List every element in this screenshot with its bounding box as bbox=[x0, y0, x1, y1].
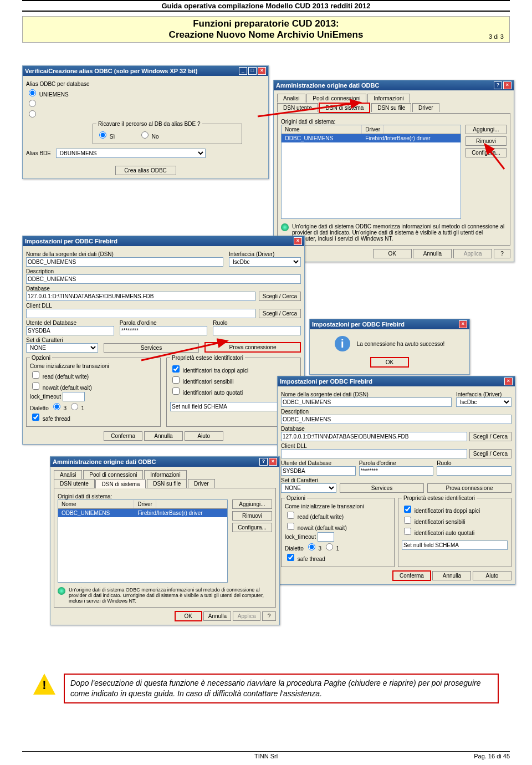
pass2-input[interactable] bbox=[359, 466, 434, 476]
prova-button[interactable]: Prova connessione bbox=[204, 342, 301, 353]
help-icon[interactable]: ? bbox=[494, 81, 502, 89]
close-icon[interactable]: × bbox=[258, 67, 266, 75]
header-title: Guida operativa compilazione Modello CUD… bbox=[0, 1, 532, 11]
annulla-button[interactable]: Annulla bbox=[413, 249, 452, 258]
aiuto2-button[interactable]: Aiuto bbox=[473, 571, 511, 580]
read-check[interactable]: read (default write) bbox=[30, 370, 157, 380]
origini-list[interactable]: Nome Driver ODBC_UNIEMENS Firebird/Inter… bbox=[281, 125, 461, 219]
iface2-select[interactable]: IscDbc bbox=[456, 397, 511, 407]
annulla2-button[interactable]: Annulla bbox=[432, 571, 471, 580]
user2-input[interactable] bbox=[281, 466, 356, 476]
tab2-dsn-utente[interactable]: DSN utente bbox=[54, 479, 95, 488]
safe-check[interactable]: safe thread bbox=[30, 412, 157, 422]
admin1-titlebar: Amministrazione origine dati ODBC ? × bbox=[274, 80, 514, 90]
quotati2-check[interactable]: identificatori auto quotati bbox=[402, 526, 508, 537]
radio-d1[interactable]: 1 bbox=[68, 405, 84, 411]
rimuovi-button[interactable]: Rimuovi bbox=[466, 136, 507, 146]
nowait-check[interactable]: nowait (default wait) bbox=[30, 381, 157, 391]
sensibili2-check[interactable]: identificatori sensibili bbox=[402, 515, 508, 526]
ruolo-input[interactable] bbox=[213, 326, 301, 335]
info-icon: i bbox=[335, 336, 350, 351]
iface-select[interactable]: IscDbc bbox=[229, 257, 301, 267]
scegli2b-button[interactable]: Scegli / Cerca bbox=[469, 449, 511, 458]
radio-uniemens[interactable]: UNIEMENS bbox=[26, 88, 265, 98]
read2-check[interactable]: read (default write) bbox=[285, 510, 391, 521]
configura2-button[interactable]: Configura... bbox=[232, 523, 272, 532]
services2-button[interactable]: Services bbox=[340, 483, 424, 493]
annulla2-button[interactable]: Annulla bbox=[203, 611, 231, 621]
set2-select[interactable]: NONE bbox=[281, 483, 336, 493]
radio-no[interactable]: No bbox=[139, 130, 159, 140]
schema2-input[interactable] bbox=[402, 540, 508, 550]
doppi-check[interactable]: identificatori tra doppi apici bbox=[170, 364, 297, 374]
pass-input[interactable] bbox=[120, 326, 208, 335]
ok-button[interactable]: OK bbox=[373, 249, 412, 258]
alias-bde-select[interactable]: DBUNIEMENS bbox=[56, 149, 206, 158]
maximize-icon[interactable]: □ bbox=[248, 67, 257, 75]
radio2-d1[interactable]: 1 bbox=[323, 545, 339, 552]
desc2-input[interactable] bbox=[281, 415, 511, 424]
rimuovi2-button[interactable]: Rimuovi bbox=[232, 511, 272, 521]
aiuto-button[interactable]: Aiuto bbox=[185, 431, 223, 441]
conferma-button[interactable]: Conferma bbox=[104, 431, 142, 441]
dsn2-input[interactable] bbox=[281, 397, 452, 407]
radio2-d3[interactable]: 3 bbox=[305, 545, 321, 552]
prova2-button[interactable]: Prova connessione bbox=[427, 483, 511, 493]
configura-button[interactable]: Configura... bbox=[466, 148, 507, 157]
tab2-dsn-sistema[interactable]: DSN di sistema bbox=[95, 480, 146, 488]
tab2-info[interactable]: Informazioni bbox=[144, 470, 186, 479]
aggiungi2-button[interactable]: Aggiungi... bbox=[232, 499, 272, 509]
help-button[interactable]: ? bbox=[494, 249, 510, 258]
help2-button[interactable]: ? bbox=[262, 611, 276, 621]
dsn2-label: Nome della sorgente dei dati (DSN) bbox=[281, 391, 452, 397]
success-ok-button[interactable]: OK bbox=[370, 357, 409, 368]
lock-input[interactable] bbox=[63, 392, 85, 401]
tab-pool[interactable]: Pool di connessioni bbox=[306, 94, 366, 103]
aggiungi-button[interactable]: Aggiungi... bbox=[466, 125, 507, 134]
scegli2-button[interactable]: Scegli / Cerca bbox=[469, 432, 511, 441]
radio-empty1[interactable] bbox=[26, 98, 265, 108]
ok2-button[interactable]: OK bbox=[175, 611, 202, 621]
radio-d3[interactable]: 3 bbox=[50, 405, 66, 411]
origini2-list[interactable]: Nome Driver ODBC_UNIEMENS Firebird/Inter… bbox=[58, 499, 228, 583]
db-input[interactable] bbox=[26, 292, 255, 301]
tab-dsn-file[interactable]: DSN su file bbox=[371, 103, 411, 112]
tab2-dsn-file[interactable]: DSN su file bbox=[147, 479, 187, 488]
safe2-check[interactable]: safe thread bbox=[285, 552, 391, 563]
footer-right: Pag. 16 di 45 bbox=[278, 753, 510, 759]
nowait2-check[interactable]: nowait (default wait) bbox=[285, 521, 391, 532]
radio-si[interactable]: Sì bbox=[96, 130, 115, 140]
close-icon[interactable]: × bbox=[459, 320, 467, 328]
tab-dsn-utente[interactable]: DSN utente bbox=[277, 103, 318, 112]
close-icon[interactable]: × bbox=[503, 81, 511, 89]
services-button[interactable]: Services bbox=[104, 343, 199, 353]
doppi2-check[interactable]: identificatori tra doppi apici bbox=[402, 504, 508, 514]
set-select[interactable]: NONE bbox=[26, 343, 98, 353]
help-icon[interactable]: ? bbox=[259, 458, 268, 466]
tab-analisi[interactable]: Analisi bbox=[277, 94, 305, 103]
annulla-button[interactable]: Annulla bbox=[144, 431, 183, 441]
tab2-pool[interactable]: Pool di connessioni bbox=[83, 470, 143, 479]
dsn-input[interactable] bbox=[26, 257, 223, 267]
tab2-analisi[interactable]: Analisi bbox=[54, 470, 82, 479]
desc-input[interactable] bbox=[26, 274, 301, 284]
scegli-db-button[interactable]: Scegli / Cerca bbox=[259, 292, 301, 301]
tab-driver[interactable]: Driver bbox=[412, 103, 439, 112]
client-input[interactable] bbox=[26, 309, 255, 318]
user-input[interactable] bbox=[26, 326, 114, 335]
scegli-client-button[interactable]: Scegli / Cerca bbox=[259, 309, 301, 318]
db2-input[interactable] bbox=[281, 432, 467, 441]
close-icon[interactable]: × bbox=[294, 237, 302, 245]
close-icon[interactable]: × bbox=[504, 378, 513, 385]
minimize-icon[interactable]: _ bbox=[239, 67, 247, 75]
tab2-driver[interactable]: Driver bbox=[188, 479, 215, 488]
tab-info[interactable]: Informazioni bbox=[367, 94, 410, 103]
conferma2-button[interactable]: Conferma bbox=[392, 570, 431, 581]
tab-dsn-sistema[interactable]: DSN di sistema bbox=[319, 103, 370, 113]
close-icon[interactable]: × bbox=[269, 458, 277, 466]
crea-alias-button[interactable]: Crea alias ODBC bbox=[115, 166, 176, 175]
client2-input[interactable] bbox=[281, 449, 467, 458]
lock2-input[interactable] bbox=[318, 532, 334, 542]
ruolo2-input[interactable] bbox=[437, 466, 511, 476]
radio-empty2[interactable] bbox=[26, 109, 265, 119]
